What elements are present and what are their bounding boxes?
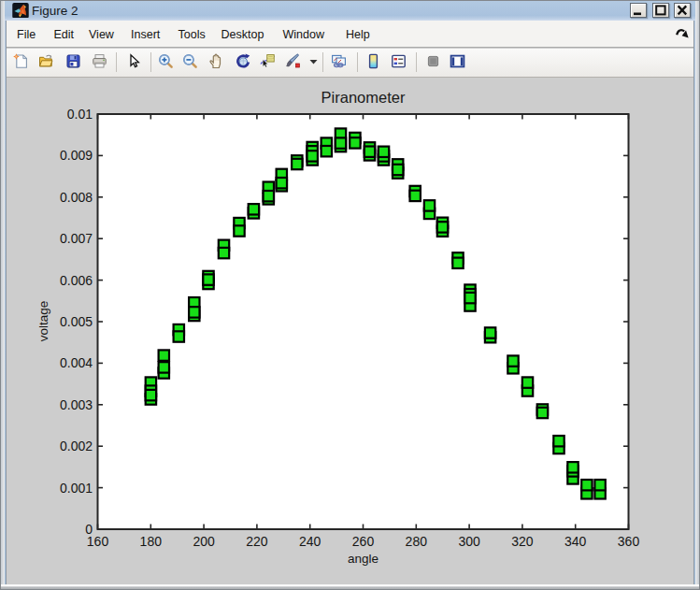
svg-text:0.002: 0.002 bbox=[60, 439, 93, 453]
svg-text:0.009: 0.009 bbox=[60, 148, 93, 163]
svg-text:Piranometer: Piranometer bbox=[321, 89, 406, 106]
svg-text:0.007: 0.007 bbox=[60, 231, 93, 246]
svg-text:0.01: 0.01 bbox=[67, 107, 93, 122]
svg-text:angle: angle bbox=[348, 552, 379, 566]
svg-text:300: 300 bbox=[458, 534, 480, 549]
svg-text:280: 280 bbox=[406, 534, 428, 549]
svg-text:180: 180 bbox=[140, 534, 163, 549]
svg-text:0.004: 0.004 bbox=[60, 355, 93, 370]
svg-text:0: 0 bbox=[85, 522, 93, 537]
svg-text:0.001: 0.001 bbox=[60, 481, 93, 496]
svg-text:voltage: voltage bbox=[36, 301, 50, 342]
svg-text:240: 240 bbox=[299, 534, 321, 549]
svg-text:200: 200 bbox=[193, 534, 215, 549]
svg-text:360: 360 bbox=[618, 534, 640, 549]
svg-text:260: 260 bbox=[352, 534, 375, 549]
svg-text:0.006: 0.006 bbox=[60, 273, 93, 288]
svg-text:0.008: 0.008 bbox=[60, 190, 93, 205]
svg-text:320: 320 bbox=[511, 534, 534, 549]
svg-text:0.003: 0.003 bbox=[60, 397, 93, 412]
svg-text:0.005: 0.005 bbox=[60, 314, 93, 329]
svg-text:340: 340 bbox=[564, 534, 587, 549]
svg-text:220: 220 bbox=[246, 534, 268, 549]
